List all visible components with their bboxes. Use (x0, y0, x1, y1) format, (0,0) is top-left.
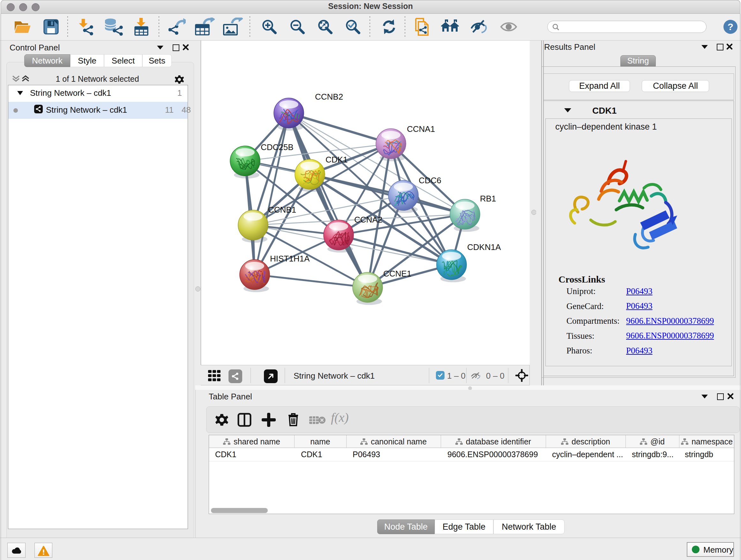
svg-text:CCNE1: CCNE1 (383, 269, 411, 278)
svg-text:CCNA1: CCNA1 (407, 124, 435, 134)
svg-text:HIST1H1A: HIST1H1A (270, 254, 310, 263)
svg-text:CDC6: CDC6 (419, 176, 441, 185)
svg-text:CDKN1A: CDKN1A (467, 242, 501, 252)
svg-text:CDK1: CDK1 (326, 155, 347, 165)
svg-text:RB1: RB1 (480, 194, 496, 203)
svg-text:CCNB1: CCNB1 (268, 205, 296, 214)
svg-text:CCNA2: CCNA2 (354, 215, 382, 225)
svg-text:CDC25B: CDC25B (261, 142, 293, 152)
svg-text:CCNB2: CCNB2 (315, 92, 343, 102)
